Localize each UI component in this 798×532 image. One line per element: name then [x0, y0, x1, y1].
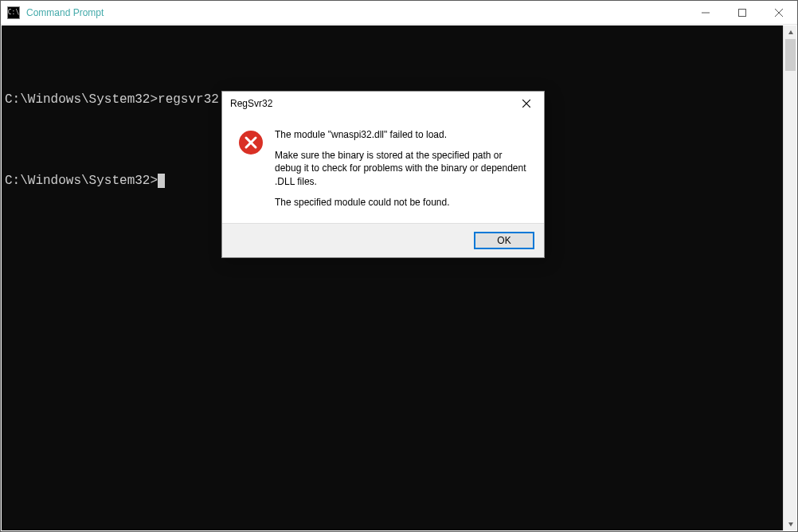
dialog-message-line: Make sure the binary is stored at the sp… — [275, 149, 528, 188]
cmd-app-icon: C:\ — [7, 6, 20, 19]
svg-marker-4 — [788, 30, 793, 34]
dialog-close-button[interactable] — [509, 92, 544, 115]
dialog-body: The module "wnaspi32.dll" failed to load… — [222, 115, 544, 223]
command-prompt-window: C:\ Command Prompt C:\Windows\System32>r… — [0, 0, 798, 532]
minimize-button[interactable] — [687, 1, 724, 25]
cmd-titlebar[interactable]: C:\ Command Prompt — [1, 1, 797, 25]
svg-rect-1 — [739, 9, 746, 16]
regsvr32-dialog: RegSvr32 The module "wnaspi32.dll" faile… — [221, 91, 545, 258]
dialog-titlebar[interactable]: RegSvr32 — [222, 92, 544, 115]
dialog-message: The module "wnaspi32.dll" failed to load… — [275, 128, 528, 209]
console-line — [5, 49, 780, 70]
prompt: C:\Windows\System32> — [5, 174, 158, 188]
prompt: C:\Windows\System32> — [5, 92, 158, 107]
svg-marker-5 — [788, 522, 793, 526]
maximize-button[interactable] — [724, 1, 761, 25]
dialog-message-line: The specified module could not be found. — [275, 196, 528, 209]
dialog-message-line: The module "wnaspi32.dll" failed to load… — [275, 128, 528, 141]
vertical-scrollbar[interactable] — [783, 25, 796, 530]
close-button[interactable] — [761, 1, 797, 25]
dialog-title: RegSvr32 — [230, 98, 272, 109]
text-cursor — [158, 174, 165, 188]
scrollbar-thumb[interactable] — [785, 39, 796, 71]
dialog-footer: OK — [222, 223, 544, 257]
cmd-title: Command Prompt — [26, 7, 104, 18]
scroll-up-arrow-icon[interactable] — [784, 25, 797, 39]
ok-button[interactable]: OK — [474, 232, 534, 249]
scroll-down-arrow-icon[interactable] — [784, 517, 797, 530]
error-icon — [238, 130, 264, 209]
